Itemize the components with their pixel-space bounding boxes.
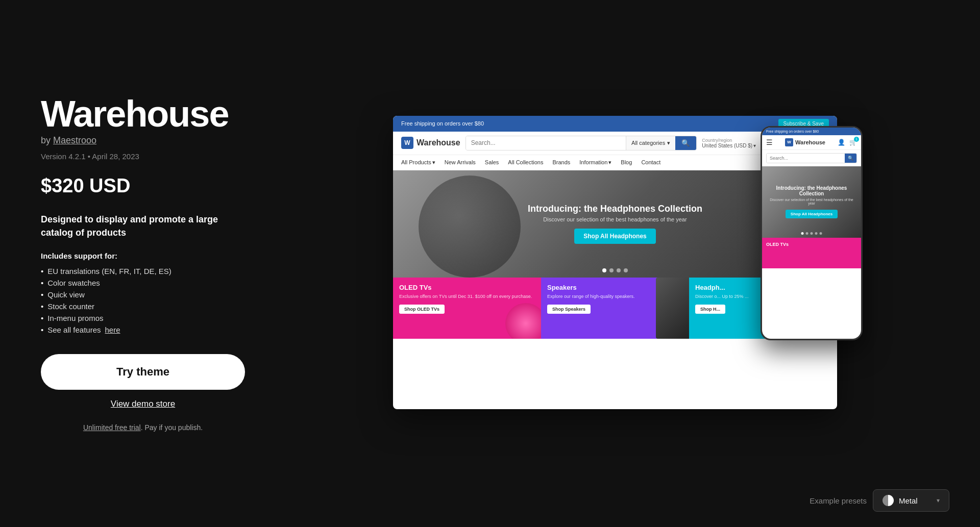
nav-all-products[interactable]: All Products▾: [401, 159, 435, 166]
card-sub: Exclusive offers on TVs until Dec 31. $1…: [399, 293, 535, 300]
hamburger-icon[interactable]: ☰: [766, 138, 773, 146]
preset-dropdown[interactable]: Metal ▾: [873, 489, 949, 512]
feature-item: Stock counter: [41, 300, 245, 312]
view-demo-button[interactable]: View demo store: [41, 399, 245, 409]
hero-subtitle: Discover our selection of the best headp…: [528, 216, 702, 222]
mobile-hero: Introducing: the Headphones Collection D…: [762, 166, 861, 238]
mobile-hero-title: Introducing: the Headphones Collection: [766, 185, 857, 196]
left-panel: Warehouse by Maestrooo Version 4.2.1 • A…: [0, 0, 276, 527]
chevron-down-icon: ▾: [432, 159, 435, 166]
features-link[interactable]: here: [105, 325, 120, 334]
chevron-down-icon: ▾: [937, 497, 940, 504]
card-title: OLED TVs: [399, 284, 535, 291]
hero-image: [419, 175, 521, 278]
mobile-logo: W Warehouse: [785, 138, 825, 146]
mobile-hero-content: Introducing: the Headphones Collection D…: [762, 181, 861, 222]
user-icon[interactable]: 👤: [838, 139, 845, 146]
free-trial-text: Unlimited free trial. Pay if you publish…: [41, 423, 245, 432]
feature-item: EU translations (EN, FR, IT, DE, ES): [41, 265, 245, 277]
by-author: by Maestrooo: [41, 135, 245, 146]
mobile-preview: Free shipping on orders over $80 ☰ W War…: [761, 126, 863, 340]
mobile-card-pink: OLED TVs: [762, 238, 861, 268]
feature-item: In-menu promos: [41, 312, 245, 324]
nav-all-collections[interactable]: All Collections: [508, 159, 543, 165]
right-panel: Free shipping on orders over $80 Subscri…: [276, 0, 980, 527]
theme-title: Warehouse: [41, 95, 245, 132]
search-bar: All categories ▾ 🔍: [465, 136, 697, 150]
mobile-topbar: Free shipping on orders over $80: [762, 128, 861, 135]
logo-name: Warehouse: [416, 138, 460, 147]
hero-dot-4[interactable]: [624, 268, 628, 272]
preview-wrapper: Free shipping on orders over $80 Subscri…: [393, 116, 863, 412]
version-date: Version 4.2.1 • April 28, 2023: [41, 152, 245, 161]
chevron-down-icon: ▾: [753, 143, 756, 148]
bottom-bar: Example presets Metal ▾: [810, 489, 949, 512]
mobile-dot-5[interactable]: [820, 232, 822, 235]
mobile-hero-dots: [801, 232, 822, 235]
description: Designed to display and promote a large …: [41, 213, 245, 239]
example-presets-label: Example presets: [810, 496, 867, 505]
nav-new-arrivals[interactable]: New Arrivals: [445, 159, 476, 165]
product-card-oled: OLED TVs Exclusive offers on TVs until D…: [393, 278, 541, 339]
mobile-hero-sub: Discover our selection of the best headp…: [766, 198, 857, 205]
logo-icon: W: [401, 137, 413, 149]
by-label: by: [41, 135, 51, 145]
search-button[interactable]: 🔍: [675, 136, 696, 150]
mobile-search-input[interactable]: [767, 154, 845, 163]
search-input[interactable]: [466, 136, 626, 150]
includes-label: Includes support for:: [41, 252, 245, 260]
card-image: [505, 303, 541, 339]
topbar-text: Free shipping on orders over $80: [401, 120, 484, 127]
mobile-header: ☰ W Warehouse 👤 🛒1: [762, 135, 861, 150]
store-logo: W Warehouse: [401, 137, 460, 149]
mobile-search: 🔍: [766, 153, 857, 163]
chevron-down-icon: ▾: [667, 140, 670, 146]
mobile-hero-cta-button[interactable]: Shop All Headphones: [786, 210, 838, 218]
mobile-card-title: OLED TVs: [766, 242, 857, 247]
nav-brands[interactable]: Brands: [552, 159, 570, 165]
cart-icon[interactable]: 🛒1: [849, 139, 857, 146]
mobile-screen: Free shipping on orders over $80 ☰ W War…: [762, 128, 861, 339]
mobile-dot-4[interactable]: [815, 232, 818, 235]
hero-content: Introducing: the Headphones Collection D…: [528, 204, 702, 244]
mobile-dot-2[interactable]: [806, 232, 808, 235]
card-shop-button[interactable]: Shop Speakers: [547, 305, 591, 314]
hero-title: Introducing: the Headphones Collection: [528, 204, 702, 214]
product-card-speakers: Speakers Explore our range of high-quali…: [541, 278, 689, 339]
search-category[interactable]: All categories ▾: [626, 136, 675, 150]
hero-dots: [602, 268, 628, 272]
hero-dot-1[interactable]: [602, 268, 606, 272]
mobile-logo-icon: W: [785, 138, 793, 146]
mobile-search-button[interactable]: 🔍: [845, 154, 856, 163]
country-selector[interactable]: Country/region United States (USD $) ▾: [702, 138, 756, 148]
hero-dot-2[interactable]: [609, 268, 614, 272]
try-theme-button[interactable]: Try theme: [41, 354, 245, 390]
feature-item: Quick view: [41, 289, 245, 300]
features-list: EU translations (EN, FR, IT, DE, ES) Col…: [41, 265, 245, 336]
mobile-icons: 👤 🛒1: [838, 139, 857, 146]
nav-information[interactable]: Information▾: [579, 159, 611, 166]
mobile-dot-1[interactable]: [801, 232, 804, 235]
preset-circle-icon: [883, 495, 894, 506]
preset-name: Metal: [899, 496, 932, 505]
nav-contact[interactable]: Contact: [641, 159, 660, 165]
feature-item-last: See all features here: [41, 324, 245, 336]
hero-cta-button[interactable]: Shop All Headphones: [574, 229, 656, 244]
card-shop-button[interactable]: Shop OLED TVs: [399, 305, 445, 314]
hero-dot-3[interactable]: [617, 268, 621, 272]
nav-sales[interactable]: Sales: [485, 159, 499, 165]
chevron-down-icon: ▾: [608, 159, 611, 166]
mobile-dot-3[interactable]: [811, 232, 813, 235]
author-link[interactable]: Maestrooo: [53, 135, 96, 145]
feature-item: Color swatches: [41, 277, 245, 289]
nav-blog[interactable]: Blog: [621, 159, 632, 165]
card-image: [656, 278, 689, 339]
free-trial-link[interactable]: Unlimited free trial: [83, 423, 141, 432]
price: $320 USD: [41, 175, 245, 197]
card-shop-button[interactable]: Shop H...: [695, 305, 725, 314]
free-trial-suffix: . Pay if you publish.: [141, 423, 203, 432]
